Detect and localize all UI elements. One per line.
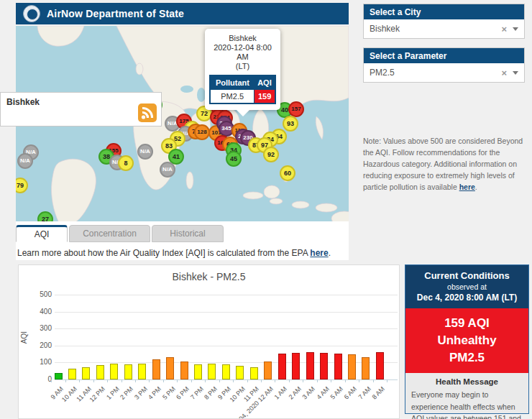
chart-bar[interactable] <box>55 373 63 379</box>
learn-more-suffix: . <box>329 248 331 258</box>
tab-historical[interactable]: Historical <box>152 225 224 242</box>
chart-bar[interactable] <box>362 357 370 379</box>
x-axis-tick <box>233 379 234 382</box>
chart-bar[interactable] <box>320 353 328 379</box>
chart-bar[interactable] <box>110 364 118 379</box>
chart-bar[interactable] <box>278 354 286 379</box>
map-marker[interactable]: 45 <box>226 151 242 167</box>
learn-more-here-link[interactable]: here <box>310 248 328 258</box>
map-marker[interactable]: 92 <box>263 147 279 162</box>
chart-gridline <box>55 362 398 363</box>
chart-gridline <box>55 379 398 380</box>
chart-plot-area: 01002003004005009 AM10 AM11 AM12 PM1 PM2… <box>19 265 400 419</box>
chart-bar[interactable] <box>236 366 244 379</box>
chart-bar[interactable] <box>152 359 160 379</box>
x-axis-tick <box>247 379 248 382</box>
select-parameter-panel: Select a Parameter PM2.5 × <box>363 47 525 83</box>
chart-bar[interactable] <box>96 365 104 379</box>
popup-aqi-table: Pollutant AQI PM2.5 159 <box>209 75 276 104</box>
city-select[interactable]: Bishkek × <box>364 19 524 38</box>
map-marker[interactable]: 157 <box>288 101 304 117</box>
aqi-status-badge: 159 AQI Unhealthy PM2.5 <box>405 308 528 373</box>
x-axis-tick <box>289 379 290 382</box>
parameter-caret-icon[interactable] <box>513 71 518 75</box>
feed-panel: Bishkek <box>0 92 162 126</box>
map-marker[interactable]: N/A <box>137 144 153 160</box>
aqi-bar-chart: Bishkek - PM2.5 AQI 01002003004005009 AM… <box>18 264 400 419</box>
chart-bar[interactable] <box>334 354 342 379</box>
x-axis-tick <box>135 379 136 382</box>
chart-bar[interactable] <box>376 352 384 379</box>
note-here-link[interactable]: here <box>459 183 475 191</box>
y-axis-tick-label: 100 <box>24 358 52 366</box>
chart-bar[interactable] <box>208 364 216 379</box>
chart-bar[interactable] <box>124 364 132 379</box>
map-marker[interactable]: 60 <box>280 165 295 181</box>
map-popup: Bishkek 2020-12-04 8:00 AM (LT) Pollutan… <box>205 29 280 110</box>
observed-at-label: observed at <box>408 282 526 291</box>
chart-bar[interactable] <box>194 364 202 379</box>
popup-aqi-header: AQI <box>254 75 275 90</box>
city-clear-icon[interactable]: × <box>501 24 507 34</box>
chart-bar[interactable] <box>82 367 90 379</box>
chart-bar[interactable] <box>348 354 356 379</box>
tab-strip: AQI Concentration Historical Learn more … <box>16 221 349 260</box>
map-marker[interactable]: N/A <box>160 162 175 178</box>
chart-bar[interactable] <box>180 362 188 379</box>
x-axis-tick <box>65 379 66 382</box>
x-axis-tick <box>261 379 262 382</box>
current-conditions-panel: Current Conditions observed at Dec 4, 20… <box>405 264 529 414</box>
popup-datetime: 2020-12-04 8:00 AM <box>209 43 276 62</box>
city-select-value: Bishkek <box>370 24 501 34</box>
popup-timezone: (LT) <box>209 62 276 71</box>
popup-city: Bishkek <box>209 34 276 42</box>
health-message-section: Health Message Everyone may begin to exp… <box>405 373 528 419</box>
parameter-clear-icon[interactable]: × <box>501 68 507 78</box>
x-axis-tick <box>191 379 192 382</box>
map-marker[interactable]: 128 <box>194 124 210 140</box>
page-title: AirNow Department of State <box>47 8 184 19</box>
chart-gridline <box>55 295 398 295</box>
aqi-category-line: Unhealthy <box>407 332 527 349</box>
x-axis-tick <box>219 379 220 382</box>
parameter-select[interactable]: PM2.5 × <box>364 63 524 82</box>
chart-gridline <box>55 328 398 329</box>
x-axis-tick <box>177 379 178 382</box>
x-axis-tick <box>303 379 303 382</box>
airnow-app: AirNow Department of State <box>0 0 532 419</box>
state-department-seal-icon <box>23 5 40 22</box>
x-axis-tick <box>331 379 331 382</box>
select-city-header: Select a City <box>364 4 524 19</box>
map-marker[interactable]: N/A <box>17 153 33 169</box>
rss-feed-icon[interactable] <box>138 103 157 122</box>
feed-city-label: Bishkek <box>6 97 40 107</box>
chart-bar[interactable] <box>306 352 314 379</box>
y-axis-tick-label: 300 <box>24 324 52 332</box>
learn-more-body: Learn more about how the Air Quality Ind… <box>17 248 310 258</box>
chart-bar[interactable] <box>264 362 272 379</box>
city-caret-icon[interactable] <box>513 27 518 31</box>
popup-pollutant-header: Pollutant <box>210 75 254 90</box>
x-axis-tick <box>107 379 108 382</box>
current-conditions-title: Current Conditions <box>408 270 526 281</box>
tab-concentration[interactable]: Concentration <box>69 225 150 242</box>
tab-aqi[interactable]: AQI <box>16 225 68 242</box>
chart-bar[interactable] <box>138 364 146 379</box>
x-axis-tick <box>121 379 122 382</box>
chart-bar[interactable] <box>68 369 76 379</box>
chart-gridline <box>55 312 398 313</box>
chart-bar[interactable] <box>166 357 174 379</box>
x-axis-tick <box>93 379 94 382</box>
chart-bar[interactable] <box>250 367 258 379</box>
aqi-value-line: 159 AQI <box>407 315 527 332</box>
y-axis-tick-label: 400 <box>24 308 52 316</box>
chart-bar[interactable] <box>222 364 230 379</box>
x-axis-tick <box>317 379 318 382</box>
learn-more-text: Learn more about how the Air Quality Ind… <box>16 248 349 258</box>
chart-bar[interactable] <box>292 353 300 379</box>
select-parameter-header: Select a Parameter <box>364 48 524 63</box>
map-marker[interactable]: 93 <box>283 116 298 132</box>
x-axis-tick <box>359 379 359 382</box>
map-marker[interactable]: 8 <box>118 155 134 171</box>
x-axis-tick <box>373 379 374 382</box>
